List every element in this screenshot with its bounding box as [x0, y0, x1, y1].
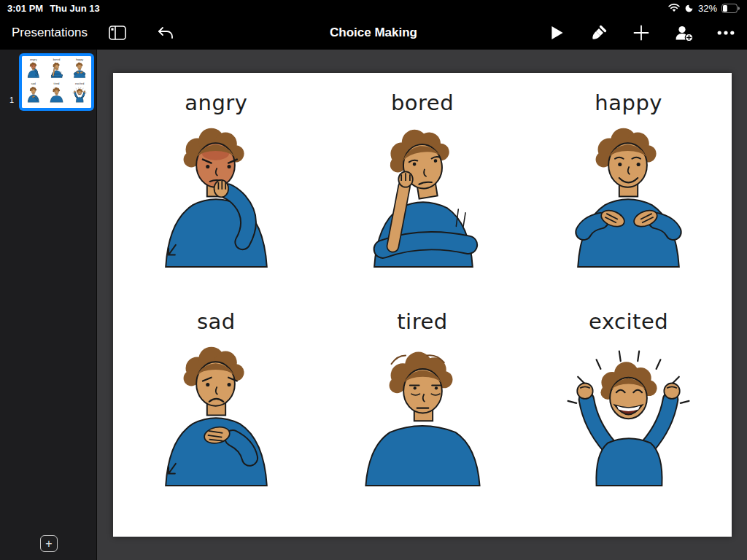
presentations-back-button[interactable]: Presentations — [12, 26, 88, 40]
emotion-label-bored: bored — [391, 90, 454, 115]
add-slide-button[interactable]: + — [40, 535, 58, 552]
format-brush-icon[interactable] — [588, 22, 610, 44]
emotion-card-bored[interactable]: bored — [320, 90, 526, 309]
clock-date: Thu Jun 13 — [50, 3, 100, 14]
emotion-card-excited[interactable]: excited — [525, 309, 732, 528]
slide-thumbnail-preview: angry — [22, 56, 91, 108]
slide-navigator-sidebar: angry — [0, 50, 97, 560]
battery-percent: 32% — [698, 3, 717, 14]
illustration-angry-person — [134, 120, 298, 269]
toolbar: Presentations Choice Making — [0, 16, 747, 50]
emotion-card-angry[interactable]: angry — [113, 90, 320, 309]
emotion-grid: angry — [113, 73, 732, 528]
illustration-bored-person — [340, 120, 504, 269]
dnd-moon-icon — [684, 4, 694, 13]
emotion-card-tired[interactable]: tired — [320, 309, 526, 528]
clock-time: 3:01 PM — [7, 3, 43, 14]
emotion-label-happy: happy — [595, 90, 662, 115]
document-title: Choice Making — [330, 26, 417, 40]
slide-number: 1 — [9, 96, 14, 104]
navigator-icon[interactable] — [107, 22, 128, 44]
emotion-label-sad: sad — [197, 309, 236, 334]
status-bar: 3:01 PM Thu Jun 13 32% — [0, 0, 747, 16]
illustration-excited-person — [546, 338, 711, 488]
collaborate-icon[interactable] — [673, 22, 694, 44]
editor-canvas: angry — [97, 50, 747, 560]
add-object-icon[interactable] — [630, 22, 652, 44]
slide-thumbnail-1[interactable]: angry — [19, 53, 94, 111]
emotion-card-sad[interactable]: sad — [113, 309, 320, 528]
slide-canvas[interactable]: angry — [113, 73, 732, 537]
illustration-sad-person — [134, 338, 298, 488]
illustration-tired-person — [340, 338, 504, 488]
play-icon[interactable] — [546, 22, 568, 44]
wifi-icon — [668, 4, 680, 12]
emotion-label-excited: excited — [589, 309, 668, 334]
battery-icon — [721, 4, 740, 13]
more-icon[interactable] — [715, 22, 737, 44]
emotion-label-angry: angry — [185, 90, 247, 115]
undo-icon[interactable] — [155, 22, 177, 44]
emotion-label-tired: tired — [397, 309, 447, 334]
emotion-card-happy[interactable]: happy — [525, 90, 732, 309]
illustration-happy-person — [546, 120, 711, 269]
